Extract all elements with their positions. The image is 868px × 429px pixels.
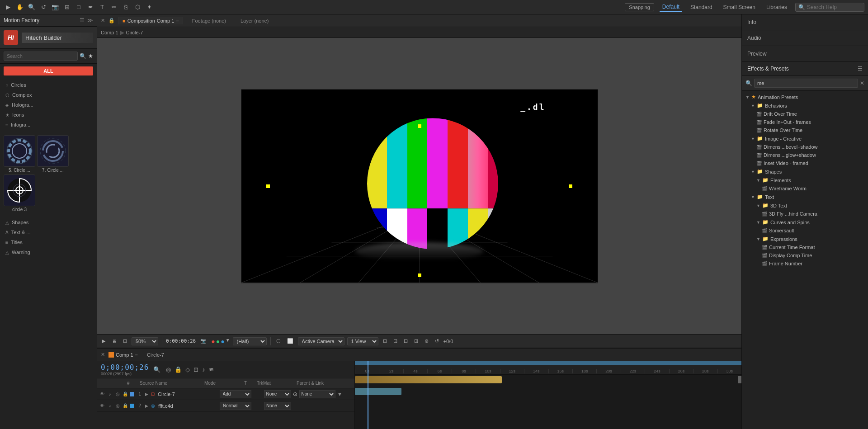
camera-select[interactable]: Active Camera <box>298 337 344 345</box>
category-titles[interactable]: ≡ Titles <box>0 237 97 247</box>
clone-tool[interactable]: ⎘ <box>121 3 130 12</box>
workspace-standard[interactable]: Standard <box>688 3 715 11</box>
trkmat-select[interactable]: None <box>264 390 291 398</box>
keyframe-button[interactable]: ◇ <box>184 365 191 374</box>
tree-anim-dimensi-glow[interactable]: 🎬 Dimensi...glow+shadow <box>742 151 868 159</box>
all-button[interactable]: ALL <box>4 66 93 75</box>
expand-icon2[interactable]: ▶ <box>145 404 148 408</box>
rp-tab-preview[interactable]: Preview <box>742 46 868 62</box>
transparency-toggle[interactable]: ⬜ <box>285 337 295 345</box>
panel-close-icon[interactable]: ≫ <box>87 17 93 24</box>
eraser-tool[interactable]: ⬡ <box>133 3 142 12</box>
asset-item-circle7[interactable]: 7. Circle ... <box>37 135 69 173</box>
shape-tool[interactable]: □ <box>74 3 83 12</box>
tree-folder-curves-spins[interactable]: ▼ 📁 Curves and Spins <box>742 218 868 226</box>
motion-blur-button[interactable]: ≋ <box>208 365 215 374</box>
tree-folder-elements[interactable]: ▼ 📁 Elements <box>742 176 868 184</box>
solo-icon2[interactable]: ◎ <box>114 403 121 409</box>
camera-tool[interactable]: 📷 <box>51 3 60 12</box>
category-hologra[interactable]: ◈ Hologra... <box>0 100 97 110</box>
close-comp-icon[interactable]: ✕ <box>101 18 105 24</box>
tree-folder-text[interactable]: ▼ 📁 Text <box>742 193 868 201</box>
search-clear-button[interactable]: ✕ <box>860 80 864 86</box>
tl-search[interactable]: 🔍 <box>152 365 161 374</box>
resolution-toggle[interactable]: ⬡ <box>274 337 283 345</box>
tree-section-animation-presets[interactable]: ▼ ★ Animation Presets <box>742 93 868 101</box>
null-tool[interactable]: ⊞ <box>62 3 71 12</box>
workspace-default[interactable]: Default <box>660 3 682 12</box>
workspace-libraries[interactable]: Libraries <box>764 3 790 11</box>
audio-icon[interactable]: ♪ <box>107 391 113 397</box>
panel-menu-icon[interactable]: ☰ <box>80 17 85 24</box>
favorite-icon[interactable]: ★ <box>88 53 93 59</box>
handle-right[interactable] <box>569 184 572 188</box>
hand-tool[interactable]: ✋ <box>15 3 24 12</box>
tree-anim-rotate[interactable]: 🎬 Rotate Over Time <box>742 126 868 134</box>
category-infogra[interactable]: ≡ Infogra... <box>0 120 97 130</box>
quality-select[interactable]: (Half) (Full) (Quarter) <box>233 337 267 345</box>
zoom-tool[interactable]: 🔍 <box>27 3 36 12</box>
track-bar-ffft[interactable] <box>355 388 401 395</box>
visibility-icon[interactable]: 👁 <box>99 391 105 397</box>
tree-folder-behaviors[interactable]: ▼ 📁 Behaviors <box>742 101 868 110</box>
solo-icon[interactable]: ◎ <box>114 391 121 397</box>
solo-button[interactable]: ◎ <box>165 365 172 374</box>
text-tool[interactable]: T <box>98 3 107 12</box>
rotation-tool[interactable]: ↺ <box>39 3 48 12</box>
parent-select[interactable]: None <box>299 390 335 398</box>
category-circles[interactable]: ○ Circles <box>0 80 97 90</box>
handle-top[interactable] <box>418 124 421 128</box>
tl-comp-menu[interactable]: ≡ <box>135 352 138 358</box>
workspace-small-screen[interactable]: Small Screen <box>721 3 758 11</box>
tree-anim-drift[interactable]: 🎬 Drift Over Time <box>742 110 868 118</box>
visibility-icon2[interactable]: 👁 <box>99 403 105 409</box>
handle-left[interactable] <box>266 184 270 188</box>
lock-icon[interactable]: 🔒 <box>108 18 115 24</box>
label-icon2[interactable] <box>130 404 134 408</box>
asset-item-circle3[interactable]: circle-3 <box>4 174 35 212</box>
brush-tool[interactable]: ✏ <box>109 3 118 12</box>
comp-tab-menu[interactable]: ≡ <box>176 18 179 24</box>
pen-tool[interactable]: ✒ <box>86 3 95 12</box>
tree-anim-3d-fly[interactable]: 🎬 3D Fly ...hind Camera <box>742 210 868 218</box>
rp-tab-audio[interactable]: Audio <box>742 30 868 46</box>
timeline-playhead[interactable] <box>368 361 368 429</box>
view-icon3[interactable]: ⊟ <box>402 337 410 345</box>
trkmat-select-2[interactable]: None <box>264 402 291 410</box>
rp-tab-info[interactable]: Info <box>742 14 868 30</box>
blend-mode-select-2[interactable]: Normal Add <box>220 402 251 410</box>
view-icon1[interactable]: ⊞ <box>381 337 389 345</box>
lock-icon2[interactable]: 🔒 <box>122 403 128 409</box>
parent-dropdown-icon[interactable]: ▼ <box>337 391 343 397</box>
tree-anim-dimensi-bevel[interactable]: 🎬 Dimensi...bevel+shadow <box>742 143 868 151</box>
selection-tool[interactable]: ▶ <box>4 3 13 12</box>
category-text[interactable]: A Text & ... <box>0 227 97 237</box>
view-icon6[interactable]: ↺ <box>433 337 441 345</box>
plugin-search-input[interactable] <box>4 52 78 61</box>
tree-anim-display-comp[interactable]: 🎬 Display Comp Time <box>742 251 868 259</box>
tree-folder-expressions[interactable]: ▼ 📁 Expressions <box>742 235 868 243</box>
category-shapes[interactable]: △ Shapes <box>0 217 97 227</box>
global-search-input[interactable] <box>807 4 861 10</box>
breadcrumb-comp1[interactable]: Comp 1 <box>101 30 118 35</box>
vt-3d-toggle[interactable]: ⊞ <box>121 337 129 345</box>
zoom-select[interactable]: 50% 100% 25% <box>132 337 158 345</box>
tree-folder-shapes[interactable]: ▼ 📁 Shapes <box>742 167 868 176</box>
preview-toggle[interactable]: ▶ <box>100 337 107 345</box>
footage-tab[interactable]: Footage (none) <box>187 17 231 24</box>
layer-tab[interactable]: Layer (none) <box>235 17 274 24</box>
lock-icon[interactable]: 🔒 <box>122 391 128 397</box>
view-icon2[interactable]: ⊡ <box>392 337 399 345</box>
tree-folder-3d-text[interactable]: ▼ 📁 3D Text <box>742 201 868 210</box>
view-icon4[interactable]: ⊞ <box>412 337 420 345</box>
track-bar-circle7[interactable] <box>355 376 502 383</box>
effects-menu-icon[interactable]: ☰ <box>858 66 863 72</box>
tree-folder-image-creative[interactable]: ▼ 📁 Image - Creative <box>742 134 868 143</box>
tree-anim-frame-number[interactable]: 🎬 Frame Number <box>742 259 868 268</box>
asset-item-circle5[interactable]: 5. Circle ... <box>4 135 35 173</box>
expand-icon[interactable]: ▶ <box>145 392 148 396</box>
view-icon5[interactable]: ⊗ <box>423 337 430 345</box>
effects-search-input[interactable] <box>754 79 858 88</box>
tree-anim-current-time[interactable]: 🎬 Current Time Format <box>742 243 868 251</box>
label-icon[interactable] <box>130 392 134 396</box>
